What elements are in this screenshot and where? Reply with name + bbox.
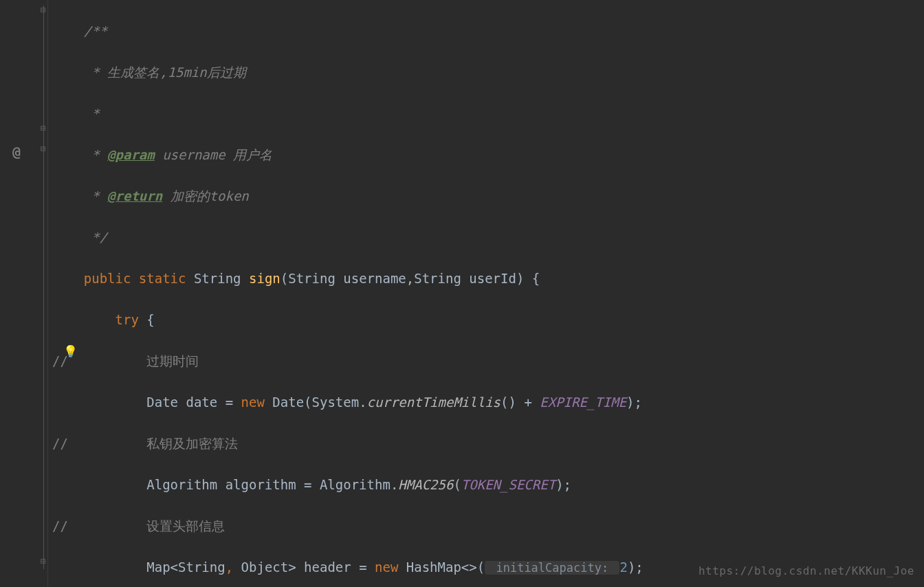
javadoc-text: * <box>52 65 107 80</box>
code-text: () + <box>500 395 540 410</box>
static-method: HMAC256 <box>398 477 453 492</box>
static-field: TOKEN_SECRET <box>461 477 556 492</box>
code-text <box>52 271 84 286</box>
comment: 私钥及加密算法 <box>146 436 238 451</box>
fold-guide-line <box>43 5 44 569</box>
javadoc-text: 加密的token <box>162 188 249 203</box>
code-text: Date(System. <box>265 395 367 410</box>
lightbulb-icon[interactable]: 💡 <box>63 341 78 362</box>
code-text: { <box>139 312 155 327</box>
comment: // <box>52 436 146 451</box>
watermark-text: https://blog.csdn.net/KKKun_Joe <box>698 561 914 582</box>
code-text: (String username,String userId) { <box>280 271 540 286</box>
annotation-gutter-icon[interactable]: @ <box>12 142 21 162</box>
code-text: Algorithm algorithm = Algorithm. <box>52 477 398 492</box>
code-text: String <box>186 271 249 286</box>
javadoc-text: 用户名 <box>233 147 272 162</box>
javadoc-text: * <box>52 147 107 162</box>
static-method: currentTimeMillis <box>367 395 500 410</box>
code-editor[interactable]: ⊟ ⊟ @ ⊟ ⊟ /** * 生成签名,15min后过期 * * @param… <box>0 0 924 587</box>
javadoc-tag: @return <box>107 188 162 203</box>
keyword: public static <box>84 271 186 286</box>
keyword: new <box>375 560 398 575</box>
parameter-hint: initialCapacity: <box>485 561 619 575</box>
method-name: sign <box>249 271 280 286</box>
code-text: Date date = <box>52 395 241 410</box>
javadoc-param: username <box>155 147 233 162</box>
fold-marker-icon[interactable]: ⊟ <box>38 144 48 154</box>
code-text: ); <box>628 560 644 575</box>
javadoc-text: * <box>52 106 100 121</box>
code-text: Object> header = <box>233 560 375 575</box>
keyword: , <box>226 560 233 575</box>
code-text: Map<String <box>52 560 226 575</box>
fold-marker-icon[interactable]: ⊟ <box>38 5 48 15</box>
fold-marker-icon[interactable]: ⊟ <box>38 124 48 133</box>
code-text: ); <box>626 395 642 410</box>
code-text: ); <box>556 477 571 492</box>
static-field: EXPIRE_TIME <box>540 395 626 410</box>
comment: 设置头部信息 <box>146 518 225 533</box>
keyword: try <box>116 312 139 327</box>
fold-marker-icon[interactable]: ⊟ <box>38 557 48 566</box>
comment: // <box>52 518 146 533</box>
code-text: ( <box>453 477 461 492</box>
code-text: HashMap<>( <box>398 560 485 575</box>
comment: 过期时间 <box>146 353 199 368</box>
editor-gutter: ⊟ ⊟ @ ⊟ ⊟ <box>0 0 48 587</box>
keyword: new <box>241 395 265 410</box>
number-literal: 2 <box>619 560 627 575</box>
javadoc-text: * <box>52 188 107 203</box>
javadoc-tag: @param <box>107 147 155 162</box>
javadoc-text: /** <box>52 23 107 38</box>
javadoc-text: 生成签名,15min后过期 <box>107 65 246 80</box>
code-content[interactable]: /** * 生成签名,15min后过期 * * @param username … <box>48 0 924 587</box>
code-text <box>52 312 116 327</box>
javadoc-text: */ <box>52 230 107 245</box>
